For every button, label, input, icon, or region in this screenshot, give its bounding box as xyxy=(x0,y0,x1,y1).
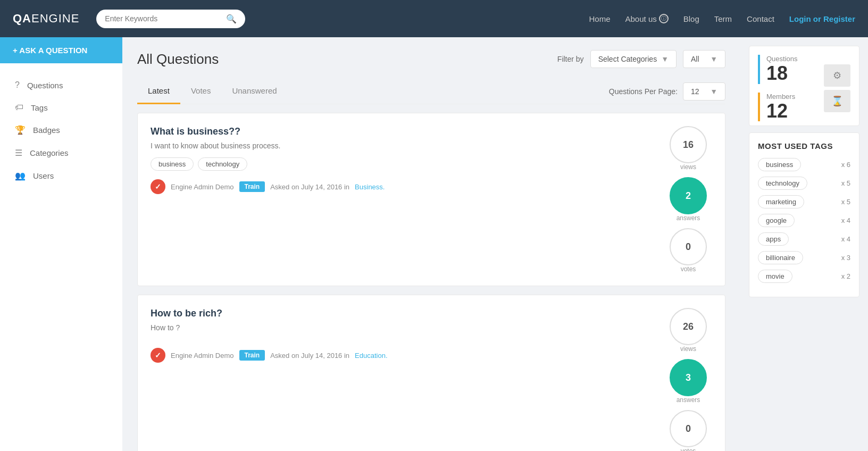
user-avatar-2: ✓ xyxy=(151,348,165,363)
question-title[interactable]: What is business?? xyxy=(151,126,654,137)
most-used-tags-title: MOST USED TAGS xyxy=(758,141,850,151)
sidebar-item-badges-label: Badges xyxy=(33,126,60,135)
sidebar-item-categories[interactable]: ☰ Categories xyxy=(0,141,122,164)
tag-row-technology: technology x 5 xyxy=(758,177,850,190)
question-card: What is business?? I want to know about … xyxy=(137,113,725,286)
tag-row-movie: movie x 2 xyxy=(758,270,850,283)
members-stat-value: 12 xyxy=(766,101,798,122)
category-link[interactable]: Business. xyxy=(355,183,385,191)
votes-circle-2: 0 xyxy=(670,410,707,447)
answers-circle-2: 3 xyxy=(670,359,707,396)
question-tabs: Latest Votes Unanswered Questions Per Pa… xyxy=(137,79,725,104)
nav-login[interactable]: Login or Register xyxy=(789,14,855,23)
sidebar-item-tags-label: Tags xyxy=(31,103,48,112)
tag-row-marketing: marketing x 5 xyxy=(758,195,850,208)
nav-blog[interactable]: Blog xyxy=(683,14,699,23)
download-button[interactable]: ⌛ xyxy=(824,90,850,112)
nav-term[interactable]: Term xyxy=(714,14,732,23)
answers-circle: 2 xyxy=(670,177,707,214)
tab-latest[interactable]: Latest xyxy=(137,79,180,104)
tag-icon: 🏷 xyxy=(15,103,23,112)
questions-stat: Questions 18 xyxy=(758,55,798,84)
question-description-2: How to ? xyxy=(151,323,654,332)
per-page-area: Questions Per Page: 12 ▼ xyxy=(609,82,725,101)
questions-stat-label: Questions xyxy=(766,55,798,63)
tag-name-apps[interactable]: apps xyxy=(758,232,789,246)
question-stats: 16 views 2 answers 0 votes xyxy=(664,126,712,273)
views-circle-2: 26 xyxy=(670,308,707,345)
select-all-label: All xyxy=(691,55,699,63)
question-description: I want to know about business process. xyxy=(151,141,654,150)
tag-technology[interactable]: technology xyxy=(198,157,247,171)
tag-count-technology: x 5 xyxy=(841,179,850,187)
tag-row-google: google x 4 xyxy=(758,214,850,227)
widget-actions: ⚙ ⌛ xyxy=(824,64,850,112)
tab-votes[interactable]: Votes xyxy=(180,79,222,104)
header: QAENGINE 🔍 Home About us ⓘ Blog Term Con… xyxy=(0,0,868,37)
search-icon: 🔍 xyxy=(226,14,237,24)
votes-label: votes xyxy=(670,265,707,273)
tag-name-google[interactable]: google xyxy=(758,214,795,227)
right-panel: Questions 18 Members 12 ⚙ ⌛ MOST USED TA… xyxy=(740,37,868,451)
main-content: All Questions Filter by Select Categorie… xyxy=(122,37,740,451)
ask-question-button[interactable]: + ASK A QUESTION xyxy=(0,37,122,63)
views-label: views xyxy=(670,163,707,171)
author-name: Engine Admin Demo xyxy=(171,183,234,191)
sidebar: + ASK A QUESTION ? Questions 🏷 Tags 🏆 Ba… xyxy=(0,37,122,451)
tag-count-marketing: x 5 xyxy=(841,198,850,206)
badge-icon: 🏆 xyxy=(15,125,26,135)
question-icon: ? xyxy=(15,80,20,90)
tag-name-marketing[interactable]: marketing xyxy=(758,195,804,208)
tag-name-movie[interactable]: movie xyxy=(758,270,792,283)
question-card-2: How to be rich? How to ? ✓ Engine Admin … xyxy=(137,295,725,451)
most-used-tags-widget: MOST USED TAGS business x 6 technology x… xyxy=(749,132,859,297)
tag-name-business[interactable]: business xyxy=(758,158,801,171)
chevron-down-icon-3: ▼ xyxy=(710,87,717,96)
logo: QAENGINE xyxy=(13,12,79,26)
nav-contact[interactable]: Contact xyxy=(747,14,774,23)
votes-circle: 0 xyxy=(670,228,707,265)
sidebar-item-users[interactable]: 👥 Users xyxy=(0,164,122,187)
answers-label-2: answers xyxy=(670,396,707,404)
tag-name-technology[interactable]: technology xyxy=(758,177,807,190)
gear-button[interactable]: ⚙ xyxy=(824,64,850,87)
tag-count-billionaire: x 3 xyxy=(841,254,850,262)
sidebar-item-users-label: Users xyxy=(33,171,54,180)
tag-count-movie: x 2 xyxy=(841,272,850,280)
tag-count-google: x 4 xyxy=(841,216,850,224)
stats-widget-inner: Questions 18 Members 12 ⚙ ⌛ xyxy=(758,55,850,121)
tag-row-business: business x 6 xyxy=(758,158,850,171)
tag-name-billionaire[interactable]: billionaire xyxy=(758,251,803,264)
select-categories[interactable]: Select Categories ▼ xyxy=(590,50,677,68)
per-page-value: 12 xyxy=(691,87,699,96)
tag-count-apps: x 4 xyxy=(841,235,850,243)
tab-unanswered[interactable]: Unanswered xyxy=(221,79,287,104)
asked-text: Asked on July 14, 2016 in xyxy=(270,183,349,191)
sidebar-item-questions[interactable]: ? Questions xyxy=(0,74,122,96)
filter-label: Filter by xyxy=(557,55,584,63)
sidebar-item-tags[interactable]: 🏷 Tags xyxy=(0,96,122,119)
category-link-2[interactable]: Education. xyxy=(355,352,387,360)
sidebar-item-questions-label: Questions xyxy=(27,81,63,90)
search-input[interactable] xyxy=(105,14,222,23)
answers-label: answers xyxy=(670,214,707,222)
users-icon: 👥 xyxy=(15,171,26,181)
per-page-select[interactable]: 12 ▼ xyxy=(683,82,725,101)
question-tags: business technology xyxy=(151,157,654,171)
nav-home[interactable]: Home xyxy=(589,14,611,23)
sidebar-nav: ? Questions 🏷 Tags 🏆 Badges ☰ Categories… xyxy=(0,63,122,451)
members-stat: Members 12 xyxy=(758,93,798,122)
circle-icon: ⓘ xyxy=(659,14,669,23)
select-all[interactable]: All ▼ xyxy=(683,50,725,68)
views-circle: 16 xyxy=(670,126,707,163)
search-bar: 🔍 xyxy=(96,10,245,28)
asked-text-2: Asked on July 14, 2016 in xyxy=(270,352,349,360)
stats-widget: Questions 18 Members 12 ⚙ ⌛ xyxy=(749,46,859,126)
chevron-down-icon: ▼ xyxy=(661,55,669,63)
nav-about-us[interactable]: About us ⓘ xyxy=(625,14,669,23)
question-row-2: How to be rich? How to ? ✓ Engine Admin … xyxy=(151,308,712,451)
question-title-2[interactable]: How to be rich? xyxy=(151,308,654,319)
tab-list: Latest Votes Unanswered xyxy=(137,79,288,104)
sidebar-item-badges[interactable]: 🏆 Badges xyxy=(0,119,122,141)
tag-business[interactable]: business xyxy=(151,157,194,171)
